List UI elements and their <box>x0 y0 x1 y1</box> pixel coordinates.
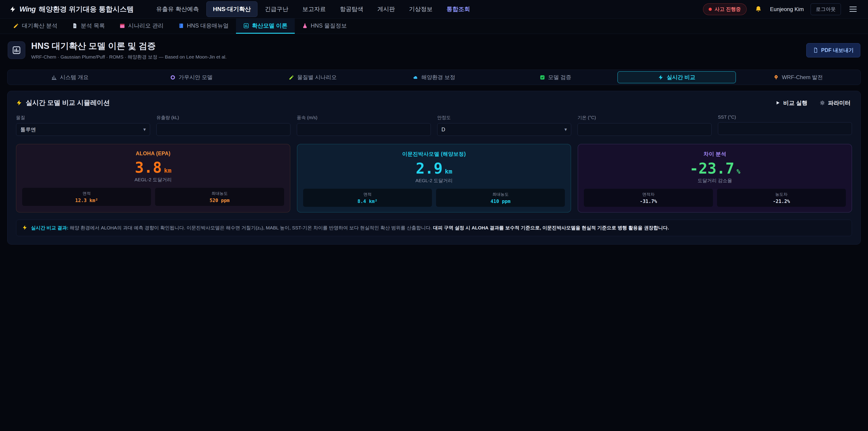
app-title: 해양환경 위기대응 통합시스템 <box>39 4 133 14</box>
nav-item-emergency-rescue[interactable]: 긴급구난 <box>258 1 295 17</box>
play-icon <box>775 100 780 105</box>
spill-amount-input[interactable] <box>156 123 290 136</box>
stat-concentration-diff: 농도차 -21.2% <box>717 189 846 207</box>
stat-max-concentration: 최대농도 410 ppm <box>436 189 565 207</box>
card-caption: 도달거리 감소율 <box>584 177 846 184</box>
stat-area: 면적 12.3 km² <box>22 188 151 206</box>
page-subtitle: WRF-Chem · Gaussian Plume/Puff · ROMS · … <box>31 54 226 60</box>
tab-gaussian-model[interactable]: 가우시안 모델 <box>132 71 250 83</box>
top-navbar: Wing 해양환경 위기대응 통합시스템 유출유 확산예측 HNS·대기확산 긴… <box>0 0 868 19</box>
note-recommendation: 대피 구역 설정 시 ALOHA 결과를 보수적 기준으로, 이문진박사모델을 … <box>433 225 669 230</box>
nav-item-integrated-search[interactable]: 통합조회 <box>440 1 477 17</box>
bolt-icon <box>16 100 22 106</box>
parameter-form: 물질 톨루엔 ▾ 유출량 (kL) 풍속 (m/s) 안정도 D ▾ 기온 (°… <box>16 115 852 136</box>
card-title: 차이 분석 <box>584 151 846 157</box>
nav-item-oil-spill[interactable]: 유출유 확산예측 <box>150 1 206 17</box>
simulation-panel: 실시간 모델 비교 시뮬레이션 비교 실행 파라미터 물질 톨루엔 ▾ 유출량 … <box>7 91 861 245</box>
logout-button[interactable]: 로그아웃 <box>811 3 841 15</box>
logo-mark: Wing <box>20 5 35 13</box>
pencil-icon <box>13 23 19 29</box>
spill-amount-field: 유출량 (kL) <box>156 115 290 136</box>
chevron-down-icon: ▾ <box>564 127 567 132</box>
result-cards: ALOHA (EPA) 3.8km AEGL-2 도달거리 면적 12.3 km… <box>16 144 852 212</box>
nav-item-weather[interactable]: 기상정보 <box>403 1 439 17</box>
subtab-analysis-list[interactable]: 분석 목록 <box>65 19 112 34</box>
sst-input[interactable] <box>718 122 852 135</box>
substance-select[interactable]: 톨루엔 ▾ <box>16 123 150 136</box>
note-body: 해양 환경에서 ALOHA의 과대 예측 경향이 확인됩니다. 이문진박사모델은… <box>68 225 433 230</box>
sub-navbar: 대기확산 분석 분석 목록 시나리오 관리 HNS 대응매뉴얼 확산모델 이론 … <box>0 19 868 34</box>
logo-bolt-icon <box>9 6 16 13</box>
clapperboard-icon <box>119 23 125 29</box>
hamburger-menu-button[interactable] <box>848 5 859 13</box>
topnav-right: 사고 진행중 Eunjeong Kim 로그아웃 <box>703 3 859 15</box>
subtab-atmospheric-analysis[interactable]: 대기확산 분석 <box>6 19 65 34</box>
app-logo[interactable]: Wing 해양환경 위기대응 통합시스템 <box>9 4 134 14</box>
tab-marine-correction[interactable]: 해양환경 보정 <box>375 71 493 83</box>
subtab-diffusion-model-theory[interactable]: 확산모델 이론 <box>236 19 295 34</box>
nav-item-board[interactable]: 게시판 <box>371 1 402 17</box>
parameters-button[interactable]: 파라미터 <box>818 99 852 107</box>
bolt-icon <box>22 225 28 230</box>
run-comparison-button[interactable]: 비교 실행 <box>774 99 809 107</box>
nav-item-aerial-search[interactable]: 항공탐색 <box>333 1 370 17</box>
card-caption: AEGL-2 도달거리 <box>22 177 284 183</box>
stability-field: 안정도 D ▾ <box>437 115 571 136</box>
card-aloha: ALOHA (EPA) 3.8km AEGL-2 도달거리 면적 12.3 km… <box>16 144 290 212</box>
page-title: HNS 대기확산 모델 이론 및 검증 <box>31 40 226 52</box>
bar-chart-icon <box>243 23 249 29</box>
sst-field: SST (°C) <box>718 115 852 136</box>
bell-icon <box>755 6 762 13</box>
card-value: -23.7% <box>584 161 846 176</box>
pdf-document-icon <box>813 48 818 53</box>
user-name: Eunjeong Kim <box>770 6 804 12</box>
main-nav: 유출유 확산예측 HNS·대기확산 긴급구난 보고자료 항공탐색 게시판 기상정… <box>150 1 477 17</box>
gear-icon <box>819 100 825 105</box>
status-dot-icon <box>709 8 712 11</box>
nav-item-hns-atmospheric[interactable]: HNS·대기확산 <box>206 1 257 17</box>
book-icon <box>178 23 184 29</box>
chevron-down-icon: ▾ <box>143 127 146 132</box>
wind-speed-input[interactable] <box>297 123 431 136</box>
tab-realtime-comparison[interactable]: 실시간 비교 <box>618 71 736 83</box>
wind-speed-field: 풍속 (m/s) <box>297 115 431 136</box>
panel-header: 실시간 모델 비교 시뮬레이션 비교 실행 파라미터 <box>16 98 852 107</box>
bolt-icon <box>658 74 664 80</box>
check-square-icon <box>539 74 545 80</box>
incident-status-badge: 사고 진행중 <box>703 3 746 15</box>
note-label: 실시간 비교 결과: <box>31 225 68 230</box>
chart-bars-icon <box>51 74 57 80</box>
card-lee-model: 이문진박사모델 (해양보정) 2.9km AEGL-2 도달거리 면적 8.4 … <box>297 144 571 212</box>
subtab-hns-response-manual[interactable]: HNS 대응매뉴얼 <box>171 19 236 34</box>
nav-item-reports[interactable]: 보고자료 <box>296 1 333 17</box>
subtab-scenario-management[interactable]: 시나리오 관리 <box>112 19 171 34</box>
card-title: ALOHA (EPA) <box>22 151 284 157</box>
rocket-icon <box>773 74 779 80</box>
bar-chart-icon <box>12 45 21 55</box>
tab-system-overview[interactable]: 시스템 개요 <box>11 71 129 83</box>
document-icon <box>72 23 78 29</box>
pdf-export-button[interactable]: PDF 내보내기 <box>806 43 860 57</box>
panel-actions: 비교 실행 파라미터 <box>774 99 852 107</box>
page-icon <box>8 41 25 59</box>
incident-status-label: 사고 진행중 <box>715 6 741 13</box>
air-temp-input[interactable] <box>578 123 712 136</box>
card-value: 2.9km <box>303 161 565 176</box>
card-caption: AEGL-2 도달거리 <box>303 177 565 184</box>
stability-select[interactable]: D ▾ <box>437 123 571 136</box>
stat-area: 면적 8.4 km² <box>303 189 432 207</box>
pencil-icon <box>289 74 294 80</box>
page-header: HNS 대기확산 모델 이론 및 검증 WRF-Chem · Gaussian … <box>0 34 868 66</box>
stat-max-concentration: 최대농도 520 ppm <box>155 188 284 206</box>
card-title: 이문진박사모델 (해양보정) <box>303 151 565 157</box>
page-heading: HNS 대기확산 모델 이론 및 검증 WRF-Chem · Gaussian … <box>31 40 226 60</box>
panel-title: 실시간 모델 비교 시뮬레이션 <box>16 98 110 107</box>
hamburger-icon <box>849 6 857 7</box>
cloud-icon <box>413 74 418 80</box>
notifications-button[interactable] <box>753 4 763 14</box>
tab-model-validation[interactable]: 모델 검증 <box>496 71 614 83</box>
subtab-hns-substance-info[interactable]: HNS 물질정보 <box>295 19 354 34</box>
substance-field: 물질 톨루엔 ▾ <box>16 115 150 136</box>
tab-wrf-chem[interactable]: WRF-Chem 발전 <box>739 71 857 83</box>
tab-substance-scenarios[interactable]: 물질별 시나리오 <box>254 71 372 83</box>
